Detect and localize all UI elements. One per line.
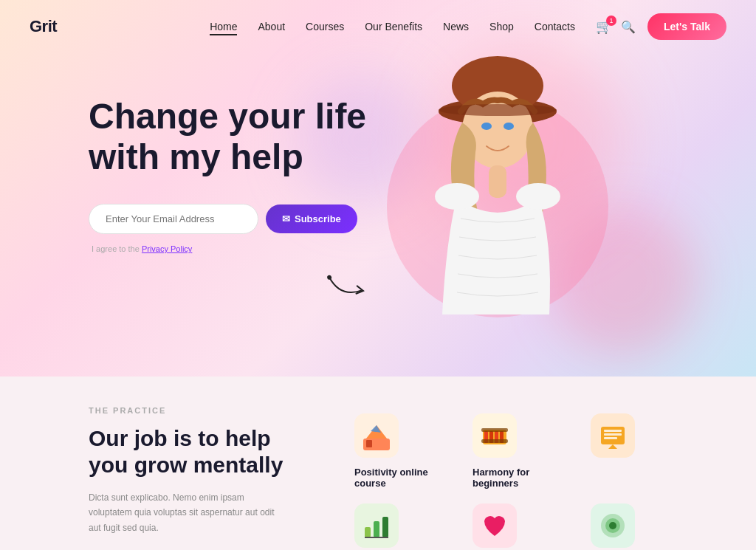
- card-label-harmony: Harmony for beginners: [472, 467, 576, 489]
- search-icon[interactable]: 🔍: [621, 20, 636, 34]
- svg-rect-13: [366, 440, 372, 447]
- card-icon-3: [591, 413, 635, 458]
- nav-shop[interactable]: Shop: [489, 20, 514, 33]
- card-label-positivity: Positivity online course: [354, 467, 458, 489]
- card-6[interactable]: [591, 503, 694, 548]
- lower-description: Dicta sunt explicabo. Nemo enim ipsam vo…: [89, 490, 281, 535]
- card-icon-harmony: [472, 413, 517, 458]
- card-positivity[interactable]: Positivity online course: [354, 413, 458, 489]
- card-icon-6: [591, 503, 635, 548]
- hero-person-area: [372, 22, 623, 377]
- nav-links: Home About Courses Our Benefits News Sho…: [210, 20, 575, 33]
- svg-rect-27: [382, 517, 388, 537]
- card-4[interactable]: [354, 503, 458, 548]
- lower-title: Our job is to help you grow mentally: [89, 425, 310, 478]
- hero-section: Change your life with my help Subscribe …: [0, 0, 756, 377]
- lower-left: THE PRACTICE Our job is to help you grow…: [89, 406, 310, 535]
- svg-point-5: [435, 183, 479, 210]
- svg-rect-20: [481, 439, 508, 443]
- card-5[interactable]: [472, 503, 576, 548]
- email-input[interactable]: [89, 204, 258, 234]
- svg-point-31: [609, 522, 616, 529]
- svg-rect-22: [604, 430, 622, 432]
- card-harmony[interactable]: Harmony for beginners: [472, 413, 576, 489]
- lower-section: THE PRACTICE Our job is to help you grow…: [0, 377, 756, 550]
- navbar: Grit Home About Courses Our Benefits New…: [0, 0, 756, 53]
- svg-point-8: [504, 123, 514, 130]
- email-form: Subscribe: [89, 204, 369, 234]
- hero-title: Change your life with my help: [89, 96, 369, 177]
- privacy-text: I agree to the Privacy Policy: [92, 244, 369, 253]
- svg-rect-19: [481, 428, 508, 432]
- nav-courses[interactable]: Courses: [306, 20, 344, 33]
- svg-point-6: [516, 183, 560, 210]
- person-illustration: [387, 34, 608, 377]
- cart-icon[interactable]: 🛒 1: [596, 18, 612, 35]
- nav-home[interactable]: Home: [210, 20, 237, 33]
- practice-label: THE PRACTICE: [89, 406, 310, 415]
- svg-point-7: [481, 123, 492, 130]
- nav-icons: 🛒 1 🔍: [596, 18, 636, 35]
- nav-news[interactable]: News: [443, 20, 469, 33]
- curly-arrow-decoration: [321, 262, 381, 321]
- card-3[interactable]: [591, 413, 694, 489]
- svg-point-9: [439, 104, 557, 116]
- svg-rect-25: [365, 527, 371, 537]
- subscribe-button[interactable]: Subscribe: [266, 204, 357, 233]
- card-icon-4: [354, 503, 399, 548]
- logo[interactable]: Grit: [30, 17, 57, 36]
- hero-content: Change your life with my help Subscribe …: [89, 96, 369, 253]
- nav-about[interactable]: About: [258, 20, 285, 33]
- privacy-policy-link[interactable]: Privacy Policy: [142, 244, 192, 253]
- svg-rect-4: [489, 165, 506, 198]
- cta-button[interactable]: Let's Talk: [647, 13, 726, 40]
- svg-rect-24: [604, 437, 617, 439]
- card-icon-5: [472, 503, 517, 548]
- svg-rect-23: [604, 433, 622, 436]
- svg-rect-26: [374, 521, 379, 537]
- cards-grid: Positivity online course Harmony for beg…: [354, 406, 694, 548]
- cart-badge: 1: [606, 16, 616, 26]
- nav-benefits[interactable]: Our Benefits: [365, 20, 422, 33]
- nav-contacts[interactable]: Contacts: [535, 20, 575, 33]
- card-icon-positivity: [354, 413, 399, 458]
